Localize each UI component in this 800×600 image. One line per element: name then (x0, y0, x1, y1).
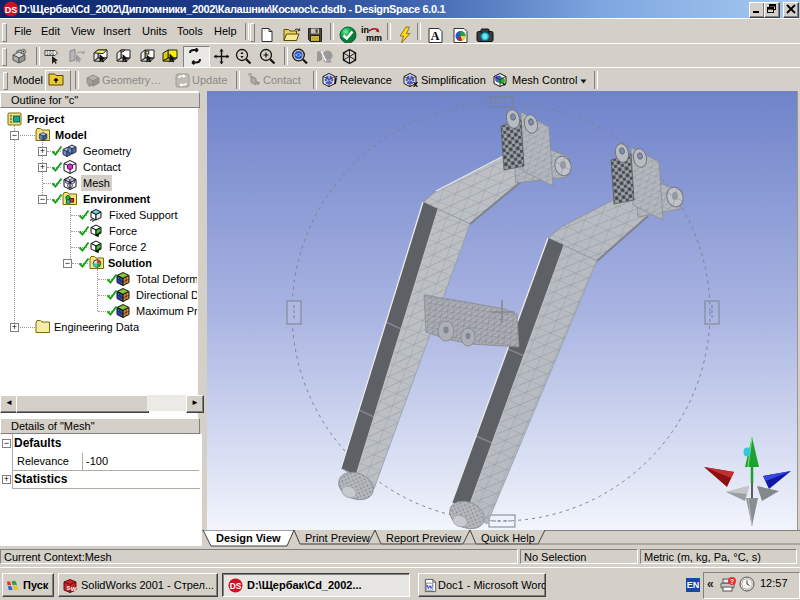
svg-text:100: 100 (46, 51, 54, 56)
svg-text:Design View: Design View (216, 532, 281, 544)
svg-text:DS: DS (230, 581, 242, 591)
svg-text:Report Preview: Report Preview (386, 532, 461, 544)
svg-text:W: W (71, 586, 77, 592)
svg-text:?: ? (730, 578, 734, 585)
svg-text:Print Preview: Print Preview (305, 532, 370, 544)
svg-text:DS: DS (5, 5, 18, 15)
svg-text:A: A (431, 29, 440, 43)
svg-text:Quick Help: Quick Help (481, 532, 535, 544)
svg-text:W: W (426, 583, 433, 591)
